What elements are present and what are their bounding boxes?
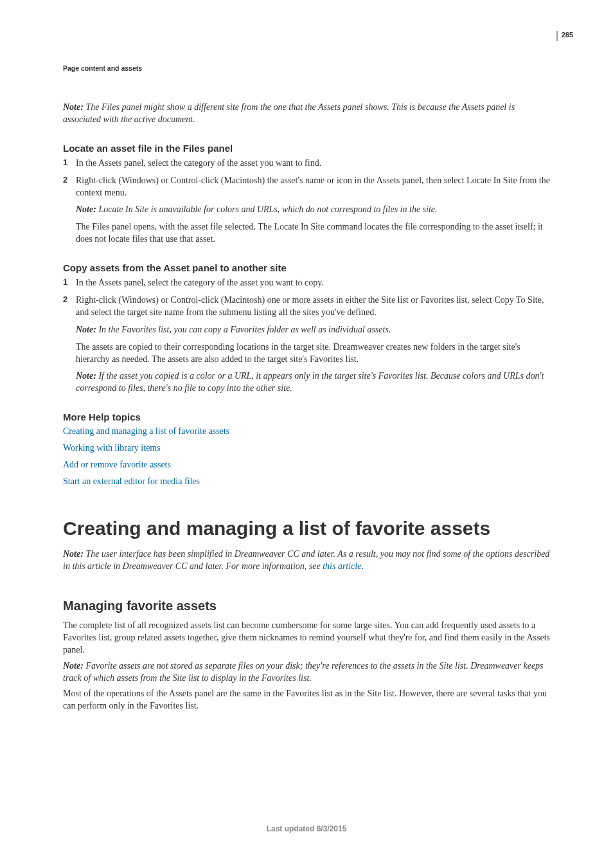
note-label: Note: <box>76 371 96 381</box>
heading-locate-asset: Locate an asset file in the Files panel <box>63 143 551 154</box>
heading-creating-managing-favorites: Creating and managing a list of favorite… <box>63 518 551 539</box>
list-item: 1 In the Assets panel, select the catego… <box>63 158 551 170</box>
note-text: Locate In Site is unavailable for colors… <box>96 204 438 214</box>
note-text: Favorite assets are not stored as separa… <box>63 661 544 683</box>
list-number: 2 <box>63 175 76 246</box>
note-label: Note: <box>63 661 84 671</box>
list-body: In the Assets panel, select the category… <box>76 277 551 289</box>
note-text: The Files panel might show a different s… <box>63 102 515 124</box>
intro-note: Note: The Files panel might show a diffe… <box>63 102 551 126</box>
list-note-1: Note: In the Favorites list, you can cop… <box>76 324 551 336</box>
managing-p1: The complete list of all recognized asse… <box>63 620 551 656</box>
heading-copy-assets: Copy assets from the Asset panel to anot… <box>63 262 551 273</box>
page-content: Note: The Files panel might show a diffe… <box>63 102 551 716</box>
list-after-text: The Files panel opens, with the asset fi… <box>76 221 551 246</box>
note-label: Note: <box>63 549 84 559</box>
list-number: 1 <box>63 277 76 289</box>
list-text: Right-click (Windows) or Control-click (… <box>76 295 544 317</box>
heading-managing-favorite-assets: Managing favorite assets <box>63 599 551 613</box>
list-body: Right-click (Windows) or Control-click (… <box>76 294 551 395</box>
list-item: 2 Right-click (Windows) or Control-click… <box>63 294 551 395</box>
page-header-section: Page content and assets <box>63 64 142 72</box>
note-label: Note: <box>63 102 84 112</box>
list-mid-text: The assets are copied to their correspon… <box>76 341 551 366</box>
heading-more-help: More Help topics <box>63 411 551 422</box>
note-text: In the Favorites list, you can copy a Fa… <box>96 325 391 334</box>
help-link-library-items[interactable]: Working with library items <box>63 443 551 453</box>
list-text: Right-click (Windows) or Control-click (… <box>76 176 550 197</box>
note-text: If the asset you copied is a color or a … <box>76 371 544 393</box>
list-body: In the Assets panel, select the category… <box>76 158 551 170</box>
help-link-favorite-assets[interactable]: Creating and managing a list of favorite… <box>63 426 551 437</box>
managing-note: Note: Favorite assets are not stored as … <box>63 660 551 685</box>
list-number: 2 <box>63 294 76 395</box>
note-text-after: . <box>361 561 364 571</box>
main-note: Note: The user interface has been simpli… <box>63 548 551 573</box>
list-body: Right-click (Windows) or Control-click (… <box>76 175 551 246</box>
list-number: 1 <box>63 158 76 170</box>
note-text-before: The user interface has been simplified i… <box>63 549 549 571</box>
note-label: Note: <box>76 325 96 334</box>
list-item: 2 Right-click (Windows) or Control-click… <box>63 175 551 246</box>
list-note: Note: Locate In Site is unavailable for … <box>76 204 551 216</box>
this-article-link[interactable]: this article <box>323 561 361 571</box>
page-number: 285 <box>556 31 573 41</box>
help-link-external-editor[interactable]: Start an external editor for media files <box>63 476 551 487</box>
list-item: 1 In the Assets panel, select the catego… <box>63 277 551 289</box>
page-footer: Last updated 6/3/2015 <box>0 824 613 833</box>
list-note-2: Note: If the asset you copied is a color… <box>76 370 551 395</box>
managing-p2: Most of the operations of the Assets pan… <box>63 688 551 712</box>
help-link-add-remove-favorites[interactable]: Add or remove favorite assets <box>63 460 551 470</box>
note-label: Note: <box>76 204 96 214</box>
